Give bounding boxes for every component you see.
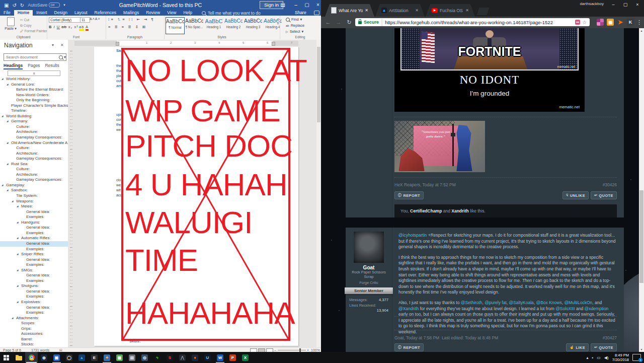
nav-heading-examples[interactable]: Examples: (0, 294, 68, 300)
tab-references[interactable]: References (91, 10, 120, 16)
font-family-combo[interactable]: Corbel (Body) (49, 17, 81, 23)
nav-heading-only-the-beginning[interactable]: Only the Beginning: (0, 98, 68, 103)
refresh-icon[interactable]: ↻ (345, 18, 353, 26)
find-button[interactable]: Find ▾ (286, 17, 302, 22)
comments-icon[interactable] (314, 11, 319, 15)
scrollbar-thumb[interactable] (639, 190, 643, 283)
replace-button[interactable]: abReplace (286, 23, 304, 28)
align-buttons[interactable]: ≡ ≣ ≡ ≣ ⇕ ⊞ (108, 25, 147, 29)
nav-heading-gameplay[interactable]: ◢Gameplay: (0, 183, 68, 188)
nav-heading-architecture[interactable]: Architecture: (0, 151, 68, 157)
nav-heading-new-world-orders[interactable]: New-World Orders: (0, 93, 68, 98)
word-minimize-button[interactable]: – (290, 0, 302, 10)
report-button[interactable]: ⓘREPORT (394, 191, 424, 199)
tab-fuchsia-os-video[interactable]: ▶ Fuchsia OS - The DEATH ✕ (426, 4, 475, 17)
taskbar-blue-app[interactable]: ▣ (50, 352, 63, 363)
nav-heading-handguns[interactable]: ◢Handguns: (0, 220, 68, 226)
ribbon-display-options-icon[interactable]: ▤ (277, 0, 289, 10)
navigation-close-icon[interactable]: ✕ (60, 43, 64, 47)
tab-artstation[interactable]: ▲ ArtStation ✕ (375, 4, 425, 17)
nav-heading-attachments[interactable]: ◢Attachments: (0, 316, 68, 321)
post-number[interactable]: #30426 (603, 182, 617, 187)
horizontal-ruler[interactable]: 1234567 (74, 41, 298, 46)
taskbar-triangle-app[interactable]: ▲ (75, 352, 88, 363)
style-no-spacing[interactable]: AaBbCcD ¶ No Spac... (185, 17, 203, 33)
taskbar-powerpoint[interactable]: P (226, 352, 239, 363)
tab-layout[interactable]: Layout (71, 10, 91, 16)
grow-shrink-font-buttons[interactable]: A˄A˅ (90, 17, 101, 21)
nav-heading-barrel[interactable]: Barrel: (0, 337, 68, 342)
styles-scroll-arrows[interactable]: ▲▼▿ (277, 18, 279, 30)
nav-heading-automatic-rifles[interactable]: ◢Automatic Rifles: (0, 236, 68, 241)
copy-button[interactable]: ⧉ Copy (20, 24, 32, 28)
tab-close-icon[interactable]: ✕ (365, 8, 368, 13)
document-page[interactable]: Sa thethaplaoutam upsconthewe clowewitac… (94, 47, 298, 346)
tab-close-icon[interactable]: ✕ (465, 8, 469, 13)
nav-heading-germany[interactable]: ◢Germany: (0, 119, 68, 124)
nav-heading-sandbox[interactable]: ◢Sandbox: (0, 188, 68, 193)
tab-close-icon[interactable]: ✕ (415, 8, 419, 13)
chrome-menu-icon[interactable]: ⋮ (636, 18, 642, 26)
unlike-button[interactable]: ☟UNLIKE (562, 191, 589, 199)
paste-button[interactable]: Paste ▾ (3, 17, 18, 31)
nav-heading-examples[interactable]: Examples: (0, 310, 68, 316)
report-button[interactable]: ⓘREPORT (394, 343, 424, 351)
taskbar-razer[interactable]: ϟ (151, 352, 164, 363)
nav-heading-before-the-eternal-blizzard[interactable]: Before the Eternal Blizzard: (0, 87, 68, 93)
taskbar-green-app[interactable]: ▩ (113, 352, 126, 363)
tab-file[interactable]: File (0, 10, 14, 16)
nav-heading-world-history[interactable]: ◢World History: (0, 77, 68, 82)
nav-heading-world-building[interactable]: ◢World Building: (0, 114, 68, 119)
tab-insert[interactable]: Insert (33, 10, 50, 16)
share-button[interactable]: Share (295, 10, 306, 16)
tab-home[interactable]: Home (14, 10, 33, 16)
nav-tab-headings[interactable]: Headings (4, 63, 23, 69)
left-indent-marker[interactable] (116, 42, 119, 46)
right-indent-marker[interactable] (272, 42, 275, 46)
extension-icon-2[interactable]: ▣ (607, 19, 614, 26)
taskbar-excel[interactable]: X (239, 352, 252, 363)
extension-icon-4[interactable]: K (627, 19, 634, 26)
scroll-down-icon[interactable]: ▼ (639, 348, 644, 351)
tab-design[interactable]: Design (51, 10, 71, 16)
halo-screenshot-image[interactable]: “Sometimes you just gotta dance.” (394, 121, 485, 172)
nav-heading-scopes[interactable]: Scopes: (0, 321, 68, 326)
navigation-options-icon[interactable]: ▾ (52, 43, 54, 47)
taskbar-flame-app[interactable]: ♦ (189, 352, 201, 363)
cut-button[interactable]: ✂ Cut (20, 18, 29, 22)
tab-review[interactable]: Review (142, 10, 164, 16)
nav-heading-sniper-rifles[interactable]: ◢Sniper Rifles: (0, 252, 68, 257)
nav-heading-examples[interactable]: Examples: (0, 231, 68, 236)
style-heading3[interactable]: AaBbCcl Heading 3 (244, 17, 262, 33)
nav-tab-results[interactable]: Results (45, 63, 59, 69)
nav-heading-examples[interactable]: Examples: (0, 262, 68, 268)
tray-clock[interactable]: 8:49 PM7/20/2018 (612, 353, 629, 362)
quote-button[interactable]: ↩QUOTE (591, 343, 617, 351)
chrome-maximize-button[interactable]: ▢ (619, 0, 631, 9)
like-button[interactable]: ☝LIKE (566, 343, 589, 351)
forward-icon[interactable]: → (335, 18, 343, 26)
zoom-slider-thumb[interactable] (299, 348, 301, 352)
tray-steam-icon[interactable]: ▪ (592, 355, 593, 360)
chrome-profile-name[interactable]: darthsackboy (580, 2, 604, 6)
address-bar[interactable]: Secure | https://www.forgehub.com/thread… (355, 18, 590, 26)
browser-scrollbar[interactable]: ▲ ▼ (639, 28, 644, 352)
tab-mailings[interactable]: Mailings (120, 10, 142, 16)
nav-heading-examples[interactable]: Examples: (0, 278, 68, 284)
fortnite-meme-image[interactable]: FORTNITE mematic.net NO IDONT I'm ground… (394, 28, 585, 112)
nav-heading-timeline[interactable]: Timeline: (0, 108, 68, 114)
tab-what-are-you-working-on[interactable]: What Are You Working O ✕ (325, 4, 374, 17)
font-size-combo[interactable]: 11 (80, 17, 90, 23)
nav-heading-tile-system[interactable]: Tile System: (0, 193, 68, 199)
action-center-icon[interactable]: 1 (632, 354, 641, 361)
nav-heading-rust-sea[interactable]: ◢Rust Sea: (0, 162, 68, 167)
nav-heading-culture[interactable]: Culture: (0, 124, 68, 130)
zoom-slider[interactable] (278, 350, 306, 350)
back-icon[interactable]: ← (324, 18, 332, 26)
nav-heading-gameplay-consequences[interactable]: Gameplay Consequences: (0, 177, 68, 183)
extension-icon-3[interactable]: ➤ (617, 19, 624, 26)
style-heading2[interactable]: AaBbCcl Heading 2 (224, 17, 243, 33)
word-scrollbar[interactable] (316, 40, 321, 347)
url-text[interactable]: https://www.forgehub.com/threads/what-ar… (385, 20, 573, 25)
nav-heading-general-idea[interactable]: General Idea: (0, 289, 68, 295)
